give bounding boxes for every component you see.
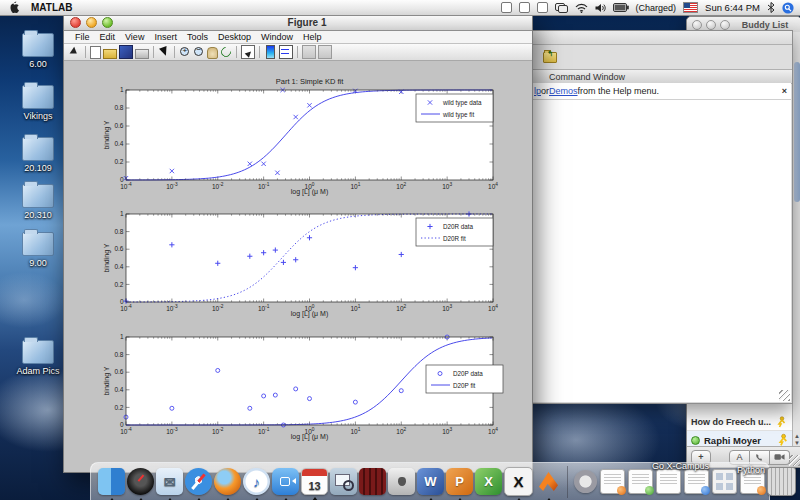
- dock-arrow-icon[interactable]: [69, 46, 81, 58]
- dock-ichat-icon[interactable]: [272, 468, 299, 495]
- dock-x11-icon[interactable]: X: [504, 467, 533, 496]
- zoom-button[interactable]: [720, 20, 730, 30]
- folder-label: 9.00: [8, 258, 68, 268]
- bluetooth-icon[interactable]: [767, 2, 775, 13]
- desktop-folder-6-00[interactable]: 6.00: [8, 33, 68, 69]
- resize-grip[interactable]: [779, 390, 790, 401]
- browse-folder-icon[interactable]: [543, 52, 557, 63]
- scroll-up-arrow[interactable]: ▲: [793, 433, 800, 439]
- dock-minimized-grid[interactable]: [712, 469, 737, 494]
- dock-powerpoint-icon[interactable]: P: [446, 468, 473, 495]
- figure-menu-tools[interactable]: Tools: [182, 32, 213, 42]
- running-indicator: [254, 495, 260, 500]
- insert-colorbar-icon[interactable]: [266, 45, 275, 59]
- figure-menu-desktop[interactable]: Desktop: [213, 32, 256, 42]
- dock-mail-icon[interactable]: ✉: [156, 468, 183, 495]
- menu-extra-icon[interactable]: [537, 2, 548, 13]
- figure-menu-window[interactable]: Window: [256, 32, 298, 42]
- dock-finder-icon[interactable]: [98, 468, 125, 495]
- figure-menu-edit[interactable]: Edit: [95, 32, 121, 42]
- video-chat-button[interactable]: [770, 450, 790, 465]
- minimize-button[interactable]: [706, 20, 716, 30]
- dock-minimized-item[interactable]: [574, 470, 597, 493]
- dock-minimized-firefox-window[interactable]: [684, 469, 709, 494]
- save-figure-icon[interactable]: [119, 45, 133, 59]
- figure-menu-file[interactable]: File: [70, 32, 95, 42]
- minimize-button[interactable]: [86, 17, 97, 28]
- dock-excel-icon[interactable]: X: [475, 468, 502, 495]
- svg-text:0.8: 0.8: [114, 228, 123, 235]
- menu-extra-icon[interactable]: [501, 2, 512, 13]
- figure-menu-help[interactable]: Help: [298, 32, 327, 42]
- hide-plot-tools-icon[interactable]: [302, 45, 316, 59]
- close-button[interactable]: [692, 20, 702, 30]
- help-link[interactable]: lp: [534, 86, 541, 96]
- new-figure-icon[interactable]: [90, 46, 101, 59]
- zoom-button[interactable]: [102, 17, 113, 28]
- desktop-folder-adam-pics[interactable]: Adam Pics: [8, 340, 68, 376]
- menubar-clock[interactable]: Sun 6:44 PM: [705, 2, 760, 13]
- apple-menu-icon[interactable]: [10, 1, 21, 14]
- displays-icon[interactable]: [555, 3, 568, 13]
- dock-safari-icon[interactable]: [185, 468, 212, 495]
- dock-front-row-icon[interactable]: [388, 468, 415, 495]
- svg-text:0.2: 0.2: [114, 404, 123, 411]
- dock-dashboard-icon[interactable]: [127, 468, 154, 495]
- dock-firefox-icon[interactable]: [214, 468, 241, 495]
- dock-matlab-icon[interactable]: [535, 468, 562, 495]
- zoom-out-icon[interactable]: [193, 46, 205, 58]
- command-window-body[interactable]: lp or Demos from the Help menu. ×: [530, 83, 791, 402]
- scrollbar-thumb[interactable]: [794, 62, 800, 202]
- desktop-folder-20-109[interactable]: 20.109: [8, 137, 68, 173]
- desktop-folder-9-00[interactable]: 9.00: [8, 232, 68, 268]
- plot-2[interactable]: 10-410-310-210-110010110210310400.20.40.…: [103, 210, 498, 318]
- plot-3[interactable]: 10-410-310-210-110010110210310400.20.40.…: [103, 333, 503, 441]
- print-figure-icon[interactable]: [135, 49, 149, 59]
- buddy-list-scrollbar[interactable]: ▲ ▼: [792, 32, 800, 447]
- edit-arrow-icon[interactable]: [158, 46, 170, 58]
- active-app-name[interactable]: MATLAB: [31, 2, 72, 13]
- command-window-header[interactable]: Command Window: [529, 70, 792, 84]
- plot-legend[interactable]: wild type datawild type fit: [416, 94, 493, 122]
- menu-extra-icon[interactable]: [519, 2, 530, 13]
- toolbar-separator: [174, 46, 175, 58]
- dock-minimized-list[interactable]: [740, 469, 765, 494]
- figure-menu-insert[interactable]: Insert: [149, 32, 182, 42]
- pan-hand-icon[interactable]: [207, 47, 218, 59]
- show-plot-tools-icon[interactable]: [318, 45, 332, 59]
- rotate-3d-icon[interactable]: [220, 46, 232, 58]
- volume-icon[interactable]: [595, 3, 606, 13]
- spotlight-icon[interactable]: [782, 2, 794, 14]
- dock-trash-icon[interactable]: [767, 467, 796, 496]
- phone-icon: [755, 453, 764, 462]
- input-language-flag-icon[interactable]: [683, 2, 698, 13]
- buddy-row[interactable]: Raphi Moyer: [687, 431, 793, 447]
- svg-text:10-1: 10-1: [258, 427, 270, 435]
- buddy-row-partial[interactable]: How do Freech u...: [687, 414, 793, 431]
- close-button[interactable]: [70, 17, 81, 28]
- desktop-folder-vikings[interactable]: Vikings: [8, 85, 68, 121]
- open-file-icon[interactable]: [103, 49, 117, 59]
- battery-icon[interactable]: [613, 3, 629, 12]
- dock-minimized-doc-2[interactable]: [628, 469, 653, 494]
- dock-minimized-doc-3[interactable]: [656, 469, 681, 494]
- desktop-folder-20-310[interactable]: 20.310: [8, 184, 68, 220]
- plot-1[interactable]: 10-410-310-210-110010110210310400.20.40.…: [103, 77, 498, 196]
- resize-grip[interactable]: [789, 455, 800, 466]
- wifi-icon[interactable]: [575, 3, 588, 13]
- dock-dvd-player-icon[interactable]: [359, 468, 386, 495]
- banner-close-icon[interactable]: ×: [782, 86, 787, 96]
- plot-legend[interactable]: D20R dataD20R fit: [416, 218, 493, 246]
- zoom-in-icon[interactable]: [179, 46, 191, 58]
- dock-minimized-doc-1[interactable]: [600, 469, 625, 494]
- data-cursor-icon[interactable]: [241, 45, 255, 59]
- dock-itunes-icon[interactable]: ♪: [243, 468, 270, 495]
- plot-legend[interactable]: D20P dataD20P fit: [426, 365, 503, 393]
- figure-menu-view[interactable]: View: [120, 32, 149, 42]
- dock-ical-icon[interactable]: 13: [301, 468, 328, 495]
- insert-legend-icon[interactable]: [279, 45, 293, 59]
- dock-preview-icon[interactable]: [330, 468, 357, 495]
- figure-titlebar[interactable]: Figure 1: [64, 15, 532, 31]
- demos-link[interactable]: Demos: [549, 86, 578, 96]
- dock-word-icon[interactable]: W: [417, 468, 444, 495]
